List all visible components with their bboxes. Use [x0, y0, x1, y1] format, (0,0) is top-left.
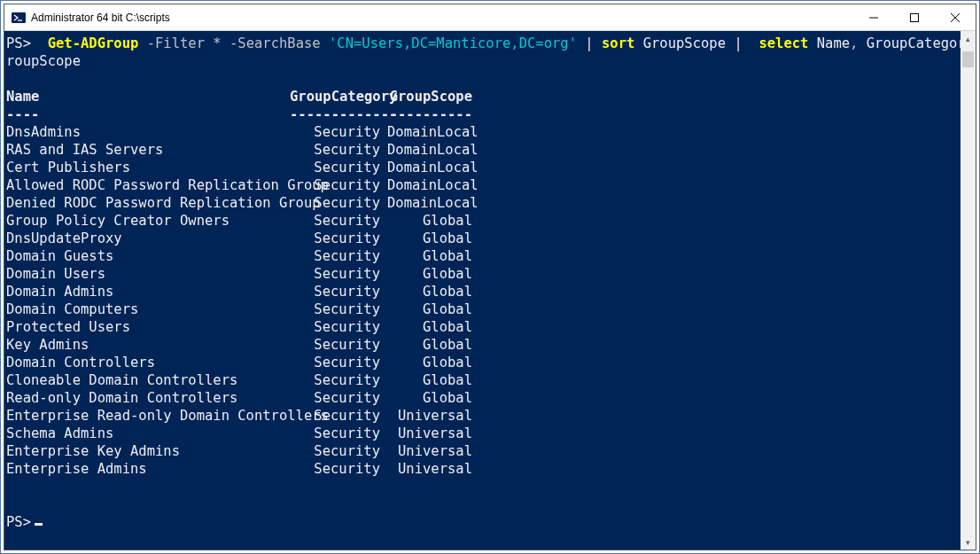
header-scope: GroupScope: [387, 88, 472, 105]
cell-name: Group Policy Creator Owners: [6, 212, 290, 230]
cell-name: Key Admins: [6, 336, 290, 354]
close-button[interactable]: [935, 4, 976, 31]
header-name: Name: [6, 88, 290, 105]
select-arg-category: GroupCategory: [867, 35, 961, 51]
cursor: [35, 523, 43, 526]
cell-scope: DomainLocal: [387, 123, 472, 141]
cell-scope: Global: [387, 371, 472, 389]
cell-name: Denied RODC Password Replication Group: [6, 194, 290, 212]
cell-category: Security: [290, 425, 387, 442]
pipe-1: |: [585, 35, 593, 51]
cell-category: Security: [290, 283, 387, 300]
table-row: Allowed RODC Password Replication GroupS…: [6, 176, 961, 194]
cell-name: Enterprise Read-only Domain Controllers: [6, 407, 290, 425]
cell-category: Security: [290, 123, 387, 141]
table-row: Schema AdminsSecurityUniversal: [6, 425, 961, 442]
cell-scope: DomainLocal: [387, 159, 472, 176]
chevron-up-icon: ▴: [966, 35, 970, 43]
command-line: PS> Get-ADGroup -Filter * -SearchBase 'C…: [6, 35, 961, 52]
cell-name: RAS and IAS Servers: [6, 141, 290, 159]
cell-name: Read-only Domain Controllers: [6, 389, 290, 407]
cell-scope: Global: [387, 247, 472, 265]
table-row: Domain GuestsSecurityGlobal: [6, 247, 961, 265]
vertical-scrollbar[interactable]: ▴ ▾: [961, 31, 976, 550]
param-searchbase: -SearchBase: [229, 35, 321, 51]
cell-name: Domain Guests: [6, 247, 290, 265]
cell-scope: Global: [387, 336, 472, 354]
svg-rect-3: [911, 13, 919, 21]
window-title: Administrator 64 bit C:\scripts: [31, 12, 170, 24]
searchbase-value: 'CN=Users,DC=Manticore,DC=org': [329, 35, 577, 51]
scroll-up-button[interactable]: ▴: [961, 31, 976, 46]
cell-name: Protected Users: [6, 318, 290, 336]
cell-category: Security: [290, 159, 387, 176]
select-arg-scope-part2: roupScope: [6, 53, 81, 69]
cell-name: Domain Users: [6, 265, 290, 283]
cell-name: Schema Admins: [6, 425, 290, 442]
cell-category: Security: [290, 300, 387, 318]
cell-category: Security: [290, 318, 387, 336]
table-row: Enterprise Read-only Domain ControllersS…: [6, 407, 961, 425]
prompt-2: PS>: [6, 514, 31, 530]
cell-scope: Universal: [387, 460, 472, 478]
terminal[interactable]: PS> Get-ADGroup -Filter * -SearchBase 'C…: [4, 31, 961, 550]
comma-1: ,: [850, 35, 858, 51]
client-area: PS> Get-ADGroup -Filter * -SearchBase 'C…: [4, 31, 976, 550]
pipe-2: |: [734, 35, 742, 51]
cell-name: Domain Controllers: [6, 354, 290, 371]
scrollbar-thumb[interactable]: [962, 51, 974, 67]
cell-scope: DomainLocal: [387, 141, 472, 159]
maximize-button[interactable]: [894, 4, 935, 31]
cmdlet-getadgroup: Get-ADGroup: [48, 35, 139, 51]
minimize-button[interactable]: [853, 4, 894, 31]
header-ul-name: ----: [6, 105, 290, 123]
scroll-down-button[interactable]: ▾: [961, 534, 976, 550]
cell-name: Domain Admins: [6, 283, 290, 300]
cell-scope: Global: [387, 230, 472, 247]
table-row: Protected UsersSecurityGlobal: [6, 318, 961, 336]
table-row: Cloneable Domain ControllersSecurityGlob…: [6, 371, 961, 389]
cell-category: Security: [290, 212, 387, 230]
cell-name: Enterprise Admins: [6, 460, 290, 478]
cell-category: Security: [290, 407, 387, 425]
cell-category: Security: [290, 265, 387, 283]
param-filter: -Filter: [147, 35, 205, 51]
cell-category: Security: [290, 230, 387, 247]
cell-category: Security: [290, 442, 387, 460]
cell-name: Cloneable Domain Controllers: [6, 371, 290, 389]
filter-star: *: [213, 35, 221, 51]
table-row: Read-only Domain ControllersSecurityGlob…: [6, 389, 961, 407]
titlebar[interactable]: Administrator 64 bit C:\scripts: [4, 4, 976, 31]
cell-name: Allowed RODC Password Replication Group: [6, 176, 290, 194]
cell-category: Security: [290, 247, 387, 265]
cell-category: Security: [290, 354, 387, 371]
header-ul-scope: ----------: [387, 105, 472, 123]
cell-category: Security: [290, 389, 387, 407]
cell-scope: Universal: [387, 407, 472, 425]
table-row: Domain ControllersSecurityGlobal: [6, 354, 961, 371]
table-row: Cert PublishersSecurityDomainLocal: [6, 159, 961, 176]
cmdlet-sort: sort: [602, 35, 634, 51]
command-line-wrap: roupScope: [6, 52, 961, 70]
cell-scope: Global: [387, 212, 472, 230]
powershell-icon: [12, 11, 26, 25]
prompt-line: PS>: [6, 513, 961, 531]
table-row: Denied RODC Password Replication GroupSe…: [6, 194, 961, 212]
table-row: Domain AdminsSecurityGlobal: [6, 283, 961, 300]
table-row: RAS and IAS ServersSecurityDomainLocal: [6, 141, 961, 159]
cell-scope: DomainLocal: [387, 176, 472, 194]
header-ul-cat: -------------: [290, 105, 387, 123]
table-row: Group Policy Creator OwnersSecurityGloba…: [6, 212, 961, 230]
cell-category: Security: [290, 141, 387, 159]
cell-name: Domain Computers: [6, 300, 290, 318]
cell-name: DnsUpdateProxy: [6, 230, 290, 247]
scrollbar-track[interactable]: [961, 46, 976, 534]
cell-scope: DomainLocal: [387, 194, 472, 212]
cell-scope: Global: [387, 354, 472, 371]
table-row: Enterprise Key AdminsSecurityUniversal: [6, 442, 961, 460]
cell-name: DnsAdmins: [6, 123, 290, 141]
table-row: DnsUpdateProxySecurityGlobal: [6, 230, 961, 247]
cell-name: Enterprise Key Admins: [6, 442, 290, 460]
table-header: NameGroupCategoryGroupScope: [6, 88, 961, 105]
cell-category: Security: [290, 194, 387, 212]
